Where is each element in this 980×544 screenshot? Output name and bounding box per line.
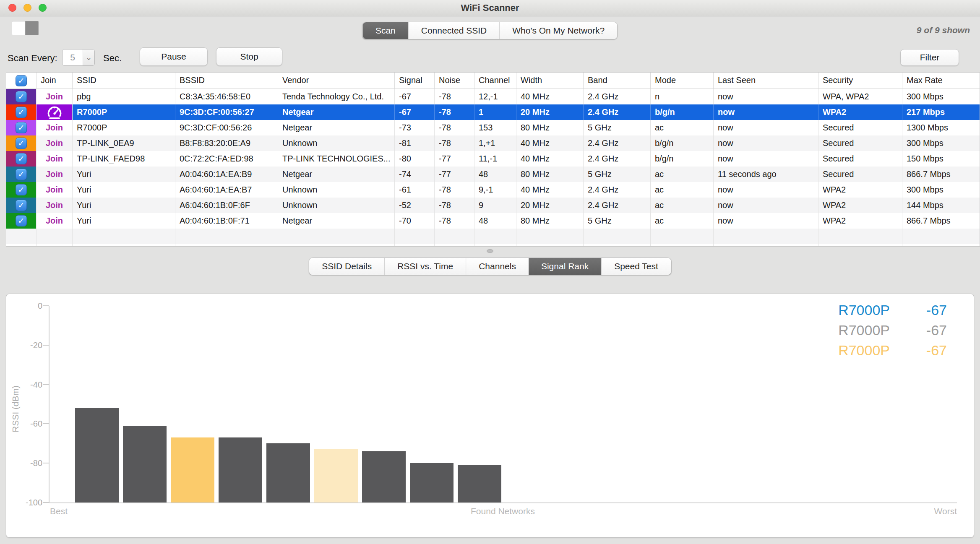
cell-channel: 153 xyxy=(474,120,516,135)
table-row[interactable]: ✓JoinR7000P9C:3D:CF:00:56:26Netgear-73-7… xyxy=(6,120,980,135)
cell-vendor: Netgear xyxy=(278,120,395,135)
cell-security: WPA2 xyxy=(818,182,902,198)
empty-cell xyxy=(902,244,980,247)
legend-ssid: R7000P xyxy=(838,321,890,339)
filter-button[interactable]: Filter xyxy=(900,49,959,66)
tab-scan[interactable]: Scan xyxy=(363,22,408,39)
cell-security: Secured xyxy=(818,120,902,135)
cell-signal: -70 xyxy=(395,213,435,229)
column-header-join[interactable]: Join xyxy=(36,73,73,88)
column-header-vendor[interactable]: Vendor xyxy=(278,73,395,88)
cell-channel: 48 xyxy=(474,213,516,229)
tab-ssid-details[interactable]: SSID Details xyxy=(309,258,384,275)
table-row[interactable]: ✓JoinTP-LINK_FAED980C:72:2C:FA:ED:98TP-L… xyxy=(6,151,980,167)
stop-button[interactable]: Stop xyxy=(216,47,282,66)
table-row[interactable]: ✓R7000P9C:3D:CF:00:56:27Netgear-67-78120… xyxy=(6,104,980,120)
join-link[interactable]: Join xyxy=(46,135,63,151)
tab-speed-test[interactable]: Speed Test xyxy=(601,258,671,275)
cell-width: 40 MHz xyxy=(516,151,584,167)
table-row[interactable]: ✓JoinYuriA0:04:60:1B:0F:71Netgear-70-784… xyxy=(6,213,980,229)
cell-bssid: 9C:3D:CF:00:56:26 xyxy=(175,120,278,135)
table-row[interactable]: ✓JoinYuriA6:04:60:1A:EA:B7Unknown-61-789… xyxy=(6,182,980,198)
join-link[interactable]: Join xyxy=(46,167,63,182)
column-header-mode[interactable]: Mode xyxy=(651,73,714,88)
row-color-swatch: ✓ xyxy=(6,167,36,182)
join-cell[interactable]: Join xyxy=(36,89,73,104)
join-link[interactable]: Join xyxy=(46,151,63,167)
column-header-bssid[interactable]: BSSID xyxy=(175,73,278,88)
row-checkbox[interactable]: ✓ xyxy=(16,138,27,149)
join-cell[interactable]: Join xyxy=(36,182,73,198)
column-header-ssid[interactable]: SSID xyxy=(73,73,175,88)
column-header-signal[interactable]: Signal xyxy=(395,73,435,88)
cell-bssid: 0C:72:2C:FA:ED:98 xyxy=(175,151,278,167)
cell-bssid: A0:04:60:1A:EA:B9 xyxy=(175,167,278,182)
tab-signal-rank[interactable]: Signal Rank xyxy=(529,258,601,275)
column-header-security[interactable]: Security xyxy=(818,73,902,88)
cell-width: 80 MHz xyxy=(516,120,584,135)
splitter-handle[interactable] xyxy=(487,249,493,253)
legend-entry: R7000P-67 xyxy=(838,321,947,339)
empty-cell xyxy=(435,244,474,247)
row-checkbox[interactable]: ✓ xyxy=(16,107,27,118)
column-header-last-seen[interactable]: Last Seen xyxy=(714,73,818,88)
top-segmented-control: ScanConnected SSIDWho's On My Network? xyxy=(362,22,618,39)
join-link[interactable]: Join xyxy=(46,198,63,213)
join-cell[interactable]: Join xyxy=(36,198,73,213)
chart-legend: R7000P-67R7000P-67R7000P-67 xyxy=(838,301,947,359)
cell-max_rate: 300 Mbps xyxy=(902,135,980,151)
cell-max_rate: 1300 Mbps xyxy=(902,120,980,135)
table-row[interactable]: ✓JoinpbgC8:3A:35:46:58:E0Tenda Technolog… xyxy=(6,89,980,104)
column-header-channel[interactable]: Channel xyxy=(474,73,516,88)
checkmark-icon: ✓ xyxy=(18,201,25,209)
cell-security: Secured xyxy=(818,135,902,151)
row-checkbox[interactable]: ✓ xyxy=(16,215,27,226)
join-link[interactable]: Join xyxy=(46,120,63,135)
column-header-band[interactable]: Band xyxy=(584,73,651,88)
cell-width: 20 MHz xyxy=(516,198,584,213)
cell-last_seen: now xyxy=(714,213,818,229)
table-row[interactable]: ✓JoinYuriA0:04:60:1A:EA:B9Netgear-74-774… xyxy=(6,167,980,182)
cell-bssid: A0:04:60:1B:0F:71 xyxy=(175,213,278,229)
row-checkbox[interactable]: ✓ xyxy=(16,169,27,180)
tab-who-s-on-my-network[interactable]: Who's On My Network? xyxy=(499,22,617,39)
table-row[interactable]: ✓JoinYuriA6:04:60:1B:0F:6FUnknown-52-789… xyxy=(6,198,980,213)
header-checkbox-cell[interactable]: ✓ xyxy=(6,73,36,88)
bar-network-3 xyxy=(171,437,214,502)
scan-interval-select[interactable]: 5 ⌄ xyxy=(62,49,95,66)
join-cell[interactable]: Join xyxy=(36,213,73,229)
cell-ssid: R7000P xyxy=(73,120,175,135)
column-header-width[interactable]: Width xyxy=(516,73,584,88)
join-cell[interactable]: Join xyxy=(36,120,73,135)
networks-table: ✓JoinSSIDBSSIDVendorSignalNoiseChannelWi… xyxy=(6,72,980,247)
row-checkbox[interactable]: ✓ xyxy=(16,91,27,102)
join-link[interactable]: Join xyxy=(46,182,63,198)
pause-button[interactable]: Pause xyxy=(140,47,208,66)
empty-cell xyxy=(73,244,175,247)
tab-channels[interactable]: Channels xyxy=(466,258,529,275)
column-header-noise[interactable]: Noise xyxy=(435,73,474,88)
join-link[interactable]: Join xyxy=(46,213,63,229)
join-link[interactable]: Join xyxy=(46,89,63,104)
join-cell[interactable]: Join xyxy=(36,135,73,151)
legend-rssi: -67 xyxy=(906,341,947,359)
table-row[interactable]: ✓JoinTP-LINK_0EA9B8:F8:83:20:0E:A9Unknow… xyxy=(6,135,980,151)
sidebar-toggle-button[interactable] xyxy=(12,21,39,35)
row-checkbox[interactable]: ✓ xyxy=(16,153,27,164)
join-cell[interactable]: Join xyxy=(36,167,73,182)
row-checkbox[interactable]: ✓ xyxy=(16,184,27,195)
y-tick-label: 0 xyxy=(13,301,42,310)
legend-entry: R7000P-67 xyxy=(838,301,947,319)
tab-rssi-vs-time[interactable]: RSSI vs. Time xyxy=(384,258,466,275)
select-all-checkbox[interactable]: ✓ xyxy=(16,75,27,86)
row-checkbox[interactable]: ✓ xyxy=(16,122,27,133)
tab-connected-ssid[interactable]: Connected SSID xyxy=(408,22,499,39)
legend-rssi: -67 xyxy=(906,321,947,339)
x-axis-worst-label: Worst xyxy=(49,506,957,516)
row-checkbox[interactable]: ✓ xyxy=(16,200,27,211)
bar-network-5 xyxy=(266,443,310,502)
gauge-cell[interactable] xyxy=(36,104,73,120)
join-cell[interactable]: Join xyxy=(36,151,73,167)
column-header-max-rate[interactable]: Max Rate xyxy=(902,73,980,88)
cell-ssid: pbg xyxy=(73,89,175,104)
